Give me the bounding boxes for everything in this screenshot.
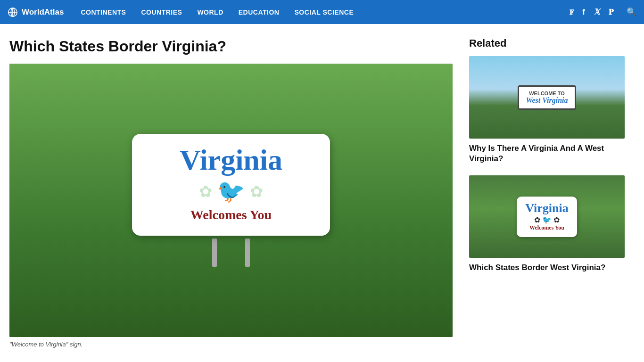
wv-sign-image: WELCOME TO West Virginia <box>469 56 625 139</box>
flower-right-icon: ✿ <box>250 182 263 201</box>
flipboard-icon[interactable]: 𝐅 <box>570 8 574 16</box>
va-small-bird-icon: 🐦 <box>542 215 552 224</box>
social-links: 𝐅 f 𝕏 𝐏 🔍 <box>570 7 636 17</box>
related-card-2: Virginia ✿ 🐦 ✿ Welcomes You Which States… <box>469 175 625 273</box>
va-sign-small: Virginia ✿ 🐦 ✿ Welcomes You <box>517 197 577 237</box>
wv-welcome-to-text: WELCOME TO <box>526 90 568 96</box>
nav-countries[interactable]: COUNTRIES <box>133 0 190 24</box>
nav-world[interactable]: WORLD <box>190 0 231 24</box>
va-small-bird-row: ✿ 🐦 ✿ <box>525 215 568 224</box>
nav-education[interactable]: EDUCATION <box>231 0 287 24</box>
related-card-2-title[interactable]: Which States Border West Virginia? <box>469 263 605 272</box>
va-small-image: Virginia ✿ 🐦 ✿ Welcomes You <box>469 175 625 258</box>
va-small-flower2-icon: ✿ <box>553 215 560 224</box>
facebook-icon[interactable]: f <box>582 8 585 17</box>
cardinal-bird-icon: 🐦 <box>217 178 245 205</box>
related-card-1: WELCOME TO West Virginia Why Is There A … <box>469 56 625 164</box>
page-wrapper: Which States Border Virginia? Virginia ✿… <box>0 24 644 362</box>
hero-caption: "Welcome to Virginia" sign. <box>9 341 455 348</box>
pinterest-icon[interactable]: 𝐏 <box>609 8 613 17</box>
sidebar: Related WELCOME TO West Virginia Why Is … <box>469 37 625 348</box>
related-image-2: Virginia ✿ 🐦 ✿ Welcomes You <box>469 175 625 258</box>
sign-container: Virginia ✿ 🐦 ✿ Welcomes You <box>132 134 330 267</box>
related-card-1-title[interactable]: Why Is There A Virginia And A West Virgi… <box>469 144 604 163</box>
va-small-welcomes: Welcomes You <box>525 224 568 231</box>
site-logo[interactable]: WorldAtlas <box>8 7 64 17</box>
virginia-welcome-sign: Virginia ✿ 🐦 ✿ Welcomes You <box>132 134 330 236</box>
related-image-1: WELCOME TO West Virginia <box>469 56 625 139</box>
hero-image: Virginia ✿ 🐦 ✿ Welcomes You <box>9 64 453 337</box>
sign-virginia-text: Virginia <box>147 145 315 174</box>
va-small-flower-icon: ✿ <box>534 215 540 224</box>
navbar: WorldAtlas CONTINENTS COUNTRIES WORLD ED… <box>0 0 644 24</box>
sign-decoration-row: ✿ 🐦 ✿ <box>147 178 315 205</box>
sign-posts <box>212 239 250 267</box>
logo-text: WorldAtlas <box>22 8 64 17</box>
sign-post-left <box>212 239 217 267</box>
article-area: Which States Border Virginia? Virginia ✿… <box>9 37 469 348</box>
search-icon[interactable]: 🔍 <box>627 7 636 17</box>
nav-links: CONTINENTS COUNTRIES WORLD EDUCATION SOC… <box>73 0 570 24</box>
flower-left-icon: ✿ <box>199 182 212 201</box>
nav-social-science[interactable]: SOCIAL SCIENCE <box>287 0 361 24</box>
article-title: Which States Border Virginia? <box>9 37 455 55</box>
nav-continents[interactable]: CONTINENTS <box>73 0 133 24</box>
twitter-icon[interactable]: 𝕏 <box>594 7 600 17</box>
sign-post-right <box>245 239 250 267</box>
wv-state-name: West Virginia <box>526 96 568 105</box>
wv-welcome-sign: WELCOME TO West Virginia <box>518 85 576 110</box>
related-heading: Related <box>469 37 625 49</box>
sign-welcomes-text: Welcomes You <box>147 207 315 222</box>
globe-icon <box>8 7 18 17</box>
va-small-title: Virginia <box>525 201 568 215</box>
